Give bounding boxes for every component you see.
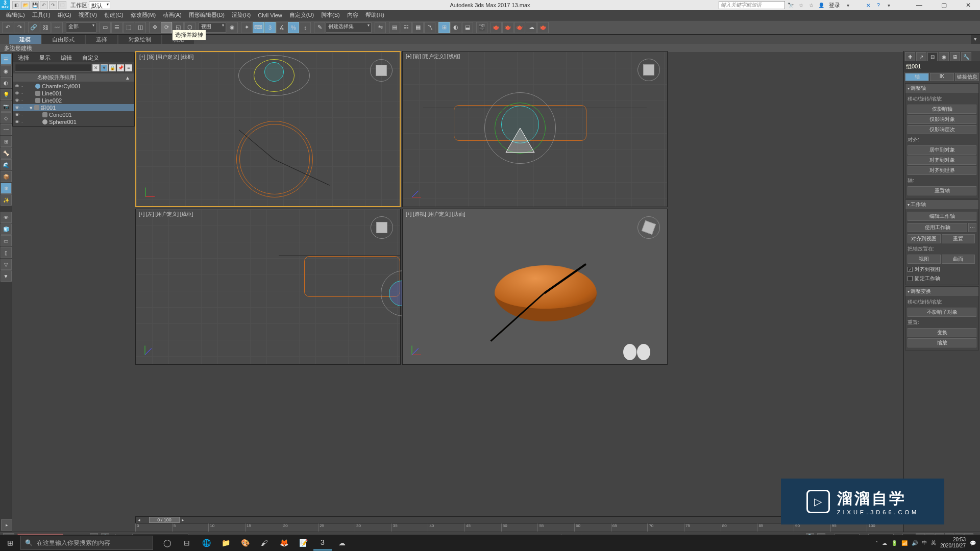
spinner-snap-icon[interactable]: ↕	[300, 22, 311, 33]
explorer-icon[interactable]: 📁	[216, 535, 235, 550]
binoculars-icon[interactable]: 🔭	[786, 1, 795, 9]
menu-edit[interactable]: 编辑(E)	[3, 10, 28, 20]
btn-place-surface[interactable]: 曲面	[942, 255, 975, 264]
se-tree-row[interactable]: 👁·Sphere001	[13, 118, 134, 126]
snap-toggle-icon[interactable]: 3	[264, 22, 276, 33]
maxscript-mini-icon[interactable]: ▸	[1, 519, 12, 531]
btn-reset-pivot[interactable]: 重置轴	[908, 186, 976, 195]
ln-name-icon[interactable]: ◐	[1, 77, 12, 88]
ln-bone-icon[interactable]: 🦴	[1, 147, 12, 159]
qat-undo-icon[interactable]: ↶	[40, 1, 48, 9]
qat-open-icon[interactable]: 📂	[21, 1, 30, 9]
freeze-icon[interactable]: ·	[21, 112, 27, 117]
se-tab-display[interactable]: 显示	[34, 53, 56, 62]
ln-light-icon[interactable]: 💡	[1, 89, 12, 100]
ln-invert-icon[interactable]: ▽	[1, 259, 12, 270]
rollout-header[interactable]: 调整轴	[905, 84, 978, 93]
cp-object-name[interactable]: 组001	[904, 61, 980, 72]
ln-freeze-icon[interactable]: 🧊	[1, 223, 12, 235]
menu-rendering[interactable]: 渲染(R)	[229, 10, 254, 20]
menu-help[interactable]: 帮助(H)	[362, 10, 387, 20]
menu-tools[interactable]: 工具(T)	[29, 10, 54, 20]
render-iterative-icon[interactable]: 🫖	[502, 22, 513, 33]
menu-content[interactable]: 内容	[344, 10, 361, 20]
task-view-icon[interactable]: ◯	[158, 535, 177, 550]
ln-container-icon[interactable]: 📦	[1, 171, 12, 182]
viewport-left[interactable]: [+] [左] [用户定义] [线框]	[135, 209, 401, 365]
tray-network-icon[interactable]: 📶	[901, 540, 908, 546]
render-setup-icon[interactable]: ⬓	[462, 22, 473, 33]
toggle-ribbon-icon[interactable]: ▦	[412, 22, 424, 33]
ribbon-tab-freeform[interactable]: 自由形式	[42, 35, 85, 44]
percent-snap-icon[interactable]: %	[288, 22, 299, 33]
qat-new-icon[interactable]: ◧	[12, 1, 20, 9]
visibility-icon[interactable]: 👁	[15, 119, 20, 124]
unlink-icon[interactable]: ⛓	[40, 22, 51, 33]
taskbar-clock[interactable]: 20:53 2020/10/27	[940, 537, 966, 549]
star2-icon[interactable]: ☆	[806, 1, 816, 9]
notes-icon[interactable]: 📝	[294, 535, 312, 550]
se-filter-icon[interactable]: ▼	[101, 64, 108, 71]
help-icon[interactable]: ?	[874, 1, 883, 9]
3dsmax-taskbar-icon[interactable]: 3	[313, 535, 332, 550]
ln-shape-icon[interactable]: 〰	[1, 124, 12, 135]
ln-helper-icon[interactable]: ◇	[1, 112, 12, 123]
maximize-button[interactable]: ▢	[932, 0, 955, 10]
visibility-icon[interactable]: 👁	[15, 98, 20, 103]
app-icon[interactable]: 3MAX	[0, 0, 10, 10]
ln-similar-icon[interactable]: ▼	[1, 270, 12, 282]
vp-label-front[interactable]: [+] [前] [用户定义] [线框]	[406, 53, 460, 60]
select-region-rect-icon[interactable]: ⬚	[123, 22, 134, 33]
render-frame-icon[interactable]: 🎬	[476, 22, 487, 33]
viewport-perspective[interactable]: [+] [透视] [用户定义] [边面]	[402, 209, 668, 365]
cp-tab-motion-icon[interactable]: ◉	[939, 52, 949, 61]
se-tree-row[interactable]: 👁·Cone001	[13, 111, 134, 118]
btn-dont-affect-children[interactable]: 不影响子对象	[908, 308, 976, 317]
cp-tab-create-icon[interactable]: ✚	[905, 52, 915, 61]
se-tree-row[interactable]: 👁·ChamferCyl001	[13, 83, 134, 90]
visibility-icon[interactable]: 👁	[15, 112, 20, 117]
layer-explorer-icon[interactable]: ☷	[401, 22, 412, 33]
cp-tab-modify-icon[interactable]: ↗	[916, 52, 926, 61]
viewport-front[interactable]: [+] [前] [用户定义] [线框]	[402, 51, 668, 207]
app-icon-2[interactable]: 🖌	[255, 535, 274, 550]
time-next-icon[interactable]: ▸	[180, 517, 186, 522]
angle-snap-icon[interactable]: ∡	[276, 22, 287, 33]
curve-editor-icon[interactable]: 〽	[424, 22, 435, 33]
se-column-header[interactable]: 名称(按升序排序)▲	[13, 73, 134, 82]
menu-graph-editors[interactable]: 图形编辑器(D)	[186, 10, 228, 20]
time-ruler[interactable]: 0510152025303540455055606570758085909510…	[135, 523, 903, 532]
cp-sec-ik[interactable]: IK	[930, 73, 954, 81]
menu-animation[interactable]: 动画(A)	[160, 10, 185, 20]
ln-display-icon[interactable]: ◉	[1, 65, 12, 77]
tray-volume-icon[interactable]: 🔊	[912, 540, 918, 546]
viewcube-top[interactable]	[370, 59, 393, 82]
link-icon[interactable]: 🔗	[28, 22, 39, 33]
cortana-icon[interactable]: ⊟	[178, 535, 196, 550]
tray-chevron-icon[interactable]: ˄	[875, 540, 878, 546]
select-move-icon[interactable]: ✥	[149, 22, 160, 33]
cp-sec-linkinfo[interactable]: 链接信息	[955, 73, 979, 81]
named-selection-dropdown[interactable]: 创建选择集	[326, 22, 372, 33]
freeze-icon[interactable]: ·	[21, 91, 27, 96]
se-tree-row[interactable]: 👁·Line002	[13, 97, 134, 104]
menu-views[interactable]: 视图(V)	[76, 10, 101, 20]
btn-affect-object[interactable]: 仅影响对象	[908, 115, 976, 124]
qat-redo-icon[interactable]: ↷	[49, 1, 57, 9]
menu-civil-view[interactable]: Civil View	[255, 11, 285, 19]
firefox-icon[interactable]: 🦊	[275, 535, 293, 550]
ime-lang[interactable]: 英	[931, 539, 936, 546]
ln-group-icon[interactable]: ⊞	[1, 136, 12, 147]
se-tree-row[interactable]: 👁·Line001	[13, 90, 134, 97]
window-crossing-icon[interactable]: ◫	[135, 22, 146, 33]
ln-particle-icon[interactable]: ✨	[1, 194, 12, 206]
ribbon-tab-selection[interactable]: 选择	[86, 35, 117, 44]
tray-battery-icon[interactable]: 🔋	[891, 540, 897, 546]
exchange-icon[interactable]: ✕	[864, 1, 873, 9]
viewcube-persp[interactable]	[638, 216, 660, 239]
btn-align-to-object[interactable]: 对齐到对象	[908, 156, 976, 165]
redo-icon[interactable]: ↷	[14, 22, 25, 33]
cp-tab-hierarchy-icon[interactable]: ⊟	[927, 52, 938, 61]
ln-camera-icon[interactable]: 📷	[1, 101, 12, 112]
close-button[interactable]: ✕	[957, 0, 980, 10]
